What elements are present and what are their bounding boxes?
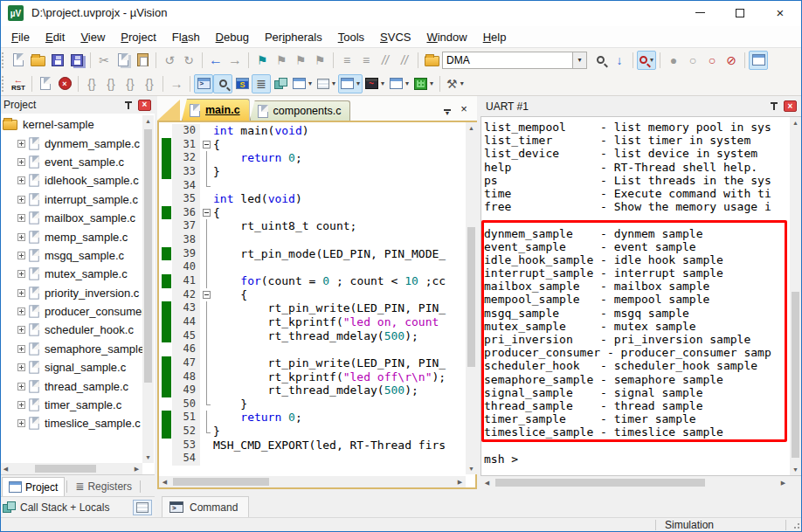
memory-window-button-small[interactable] [133,500,152,515]
reset-button[interactable]: ← RST [9,74,28,93]
code-line-34[interactable]: 34 [161,179,466,193]
code-line-41[interactable]: 41 for(count = 0 ; count < 10 ;cc [161,274,466,288]
code-line-52[interactable]: 52} [161,425,466,439]
insert-bookmark-button[interactable]: ⚑ [252,51,272,70]
fold-collapse-icon[interactable] [203,209,211,217]
tree-item-interrupt_sample-c[interactable]: interrupt_sample.c [0,190,142,209]
project-tree-vertical-scrollbar[interactable]: ▲ ▼ [142,115,154,463]
scroll-up-arrow-icon[interactable]: ▲ [142,115,154,127]
tree-item-semaphore_sample-[interactable]: semaphore_sample. [0,340,142,358]
kill-all-breakpoints-button[interactable]: ⊘ [722,51,741,70]
menu-debug[interactable]: Debug [208,28,257,46]
code-line-40[interactable]: 40 [161,260,466,274]
tree-item-priority_inversion-c[interactable]: priority_inversion.c [0,284,142,302]
code-line-39[interactable]: 39 rt_pin_mode(LED_PIN, PIN_MODE_ [161,247,466,261]
expand-plus-icon[interactable] [17,233,25,241]
tree-item-scheduler_hook-c[interactable]: scheduler_hook.c [0,321,142,339]
show-next-statement-button[interactable]: → [167,74,186,93]
code-line-43[interactable]: 43 rt_pin_write(LED_PIN, PIN_ [161,301,466,315]
unindent-button[interactable]: ≡ [356,51,376,70]
menu-svcs[interactable]: SVCS [372,28,418,46]
step-button[interactable]: {} [82,74,101,93]
resize-grip[interactable] [786,518,802,531]
tree-item-mutex_sample-c[interactable]: mutex_sample.c [0,265,142,283]
project-tree-horizontal-scrollbar[interactable]: ◀ ▶ [0,463,142,474]
expand-plus-icon[interactable] [17,270,25,278]
tree-root-kernel-sample[interactable]: kernel-sample [0,115,142,134]
scroll-up-arrow-icon[interactable]: ▲ [466,122,477,134]
run-to-cursor-button[interactable]: {} [140,74,159,93]
save-button[interactable] [48,51,67,70]
undo-button[interactable]: ↺ [160,51,179,70]
uncomment-button[interactable]: // [395,51,414,70]
toolbar-grip[interactable] [2,76,7,92]
expand-plus-icon[interactable] [17,326,25,334]
cut-button[interactable]: ✂ [94,51,114,70]
stop-button[interactable]: × [55,74,74,93]
expand-plus-icon[interactable] [17,419,25,427]
code-line-54[interactable]: 54 [161,452,466,466]
navigate-back-button[interactable]: ← [206,51,225,70]
copy-button[interactable] [114,51,133,70]
enable-disable-breakpoint-button[interactable]: ○ [683,51,702,70]
scroll-down-arrow-icon[interactable]: ▼ [142,452,154,463]
watch-window-button[interactable]: ▾ [290,74,315,93]
code-area[interactable]: 30int main(void)31{32 return 0;33}3435in… [161,124,466,478]
expand-plus-icon[interactable] [17,140,25,148]
code-line-49[interactable]: 49 rt_thread_mdelay(500); [161,383,466,397]
previous-bookmark-button[interactable]: ⚑ [272,51,291,70]
menu-edit[interactable]: Edit [38,28,73,46]
tree-item-memp_sample-c[interactable]: memp_sample.c [0,227,142,245]
system-viewer-button[interactable]: ▾ [387,74,411,93]
tree-item-signal_sample-c[interactable]: signal_sample.c [0,358,142,377]
menu-help[interactable]: Help [475,28,515,46]
insert-remove-breakpoint-button[interactable]: ● [664,51,683,70]
document-list-button[interactable]: ▼ [440,109,454,115]
scroll-left-arrow-icon[interactable]: ◀ [481,477,493,488]
disable-all-breakpoints-button[interactable]: ○ [702,51,722,70]
tree-item-mailbox_sample-c[interactable]: mailbox_sample.c [0,209,142,227]
code-line-48[interactable]: 48 rt_kprintf("led off\r\n"); [161,370,466,384]
expand-plus-icon[interactable] [17,289,25,297]
code-line-42[interactable]: 42 { [161,288,466,302]
scroll-left-arrow-icon[interactable]: ◀ [159,476,170,487]
expand-plus-icon[interactable] [17,363,25,371]
serial-window-button[interactable]: ▾ [338,74,363,93]
toolbox-button[interactable]: ▾ [411,74,436,93]
code-line-38[interactable]: 38 [161,233,466,247]
registers-window-button[interactable]: ≣ [252,74,271,93]
code-line-51[interactable]: 51 return 0; [161,411,466,425]
code-line-33[interactable]: 33} [161,165,466,179]
pin-icon[interactable] [124,100,133,110]
new-file-button[interactable] [9,51,28,70]
expand-plus-icon[interactable] [17,158,25,166]
step-out-button[interactable]: {} [121,74,140,93]
minimize-button[interactable] [680,0,720,25]
scroll-down-arrow-icon[interactable]: ▼ [466,463,477,474]
scroll-right-arrow-icon[interactable]: ▶ [131,463,142,474]
code-line-35[interactable]: 35int led(void) [161,192,466,206]
code-line-32[interactable]: 32 return 0; [161,151,466,165]
manage-layout-button[interactable] [749,51,768,70]
symbol-window-button[interactable]: S [232,74,252,93]
code-line-47[interactable]: 47 rt_pin_write(LED_PIN, PIN_ [161,356,466,370]
command-window-button[interactable] [194,74,213,93]
scroll-up-arrow-icon[interactable]: ▲ [790,117,801,128]
scroll-right-arrow-icon[interactable]: ▶ [454,476,466,487]
call-stack-locals-bar[interactable]: Call Stack + Locals [0,496,155,517]
editor-vertical-scrollbar[interactable]: ▲ ▼ [466,122,477,474]
scroll-down-arrow-icon[interactable]: ▼ [790,464,801,475]
code-line-30[interactable]: 30int main(void) [161,124,466,138]
uart-vertical-scrollbar[interactable]: ▲ ▼ [790,117,801,475]
find-in-document-button[interactable] [591,51,610,70]
menu-file[interactable]: File [3,28,38,46]
memory-window-button[interactable]: ▾ [315,74,338,93]
editor-horizontal-scrollbar[interactable]: ◀ ▶ [159,476,466,487]
menu-project[interactable]: Project [113,28,163,46]
editor-tab-main-c[interactable]: main.c [182,99,250,121]
comment-button[interactable]: // [376,51,395,70]
pin-icon[interactable] [770,101,778,111]
debug-tools-button[interactable]: ⚒▾ [444,74,467,93]
menu-view[interactable]: View [73,28,113,46]
code-line-44[interactable]: 44 rt_kprintf("led on, count [161,315,466,329]
